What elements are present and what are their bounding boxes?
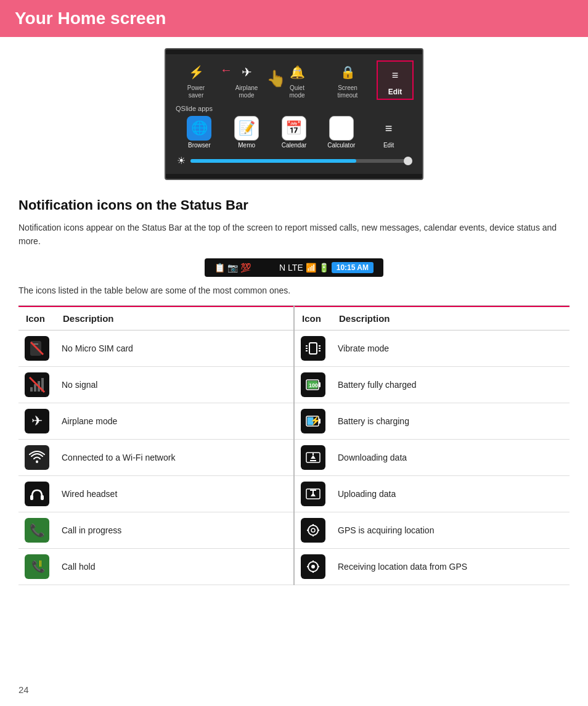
calculator-icon: 🖩 xyxy=(329,116,354,141)
status-bar-mock: 📋 📷 💯 N LTE 📶 🔋 10:15 AM xyxy=(205,258,383,277)
desc-call-progress: Call in progress xyxy=(55,512,293,548)
desc-wifi: Connected to a Wi-Fi network xyxy=(55,439,293,475)
browser-icon: 🌐 xyxy=(187,116,211,141)
icon-no-sim xyxy=(18,330,55,366)
status-bar-image: 📋 📷 💯 N LTE 📶 🔋 10:15 AM xyxy=(18,258,570,277)
desc-no-signal: No signal xyxy=(55,366,293,403)
col1-desc-header: Description xyxy=(55,306,293,330)
icon-downloading xyxy=(295,439,332,475)
qs-edit-box: ≡ Edit xyxy=(377,60,414,100)
calculator-label: Calculator xyxy=(327,142,355,149)
svg-rect-9 xyxy=(30,495,33,500)
page-number: 24 xyxy=(18,684,29,695)
icons-table: Icon Description No Micro SI xyxy=(18,305,570,585)
qslide-label: QSlide apps xyxy=(171,102,417,113)
icon-battery-full: 100 xyxy=(295,366,332,403)
qslide-apps-row: 🌐 Browser 📝 Memo 📅 Calendar 🖩 xyxy=(171,113,417,151)
icon-call-hold: 📞 ǁ xyxy=(18,548,55,585)
col2-desc-header: Description xyxy=(332,306,570,330)
icon-call-progress: 📞 xyxy=(18,512,55,548)
app-calendar: 📅 Calendar xyxy=(274,116,314,149)
table-row: Connected to a Wi-Fi network xyxy=(18,439,293,475)
nfc-icon: N xyxy=(279,263,285,273)
signal-icon: 📶 xyxy=(306,263,316,273)
svg-rect-3 xyxy=(30,387,33,392)
hand-gesture-icon: 👆 xyxy=(266,69,286,88)
desc-gps-acquiring: GPS is acquiring location xyxy=(332,512,570,548)
notification-section-title: Notification icons on the Status Bar xyxy=(18,197,570,213)
status-icon-2: 📷 xyxy=(227,263,238,273)
svg-rect-13 xyxy=(309,343,317,354)
svg-point-8 xyxy=(36,461,38,463)
table-row: ✈ Airplane mode xyxy=(18,403,293,439)
status-icon-3: 💯 xyxy=(240,263,251,273)
edit-label: Edit xyxy=(388,88,402,96)
qs-power-saver: ⚡ Powersaver xyxy=(174,61,218,99)
notification-section-desc: Notification icons appear on the Status … xyxy=(18,221,570,248)
desc-gps-receiving: Receiving location data from GPS xyxy=(332,548,570,585)
table-row: ⚡ Battery is charging xyxy=(295,403,570,439)
svg-point-37 xyxy=(311,528,315,532)
svg-text:⚡: ⚡ xyxy=(310,416,321,426)
app-browser: 🌐 Browser xyxy=(179,116,219,149)
table-row: Receiving location data from GPS xyxy=(295,548,570,585)
status-bar-right-icons: N LTE 📶 🔋 10:15 AM xyxy=(279,262,374,273)
desc-no-sim: No Micro SIM card xyxy=(55,330,293,366)
app-memo: 📝 Memo xyxy=(227,116,266,149)
svg-rect-10 xyxy=(41,495,44,500)
table-left-col: Icon Description No Micro SI xyxy=(18,306,293,585)
status-icon-1: 📋 xyxy=(214,263,225,273)
battery-icon: 🔋 xyxy=(319,263,329,273)
icon-wired-headset xyxy=(18,475,55,512)
table-row: No signal xyxy=(18,366,293,403)
svg-rect-4 xyxy=(34,384,36,392)
table-row: GPS is acquiring location xyxy=(295,512,570,548)
screen-timeout-icon: 🔒 xyxy=(337,61,359,83)
table-row: Vibrate mode xyxy=(295,330,570,366)
brightness-fill xyxy=(190,159,356,163)
brightness-knob xyxy=(404,157,412,165)
icon-gps-receiving xyxy=(295,548,332,585)
memo-label: Memo xyxy=(238,142,255,149)
brightness-icon: ☀ xyxy=(177,155,186,166)
calendar-label: Calendar xyxy=(282,142,307,149)
icon-vibrate xyxy=(295,330,332,366)
arrow-right-icon: → xyxy=(291,63,303,77)
screenshot-area: ← → 👆 ⚡ Powersaver ✈ Airplanemode xyxy=(18,48,570,180)
apps-edit-icon: ≡ xyxy=(377,116,401,141)
page-header: Your Home screen xyxy=(0,0,588,37)
svg-text:100: 100 xyxy=(309,382,318,388)
qs-screen-timeout: 🔒 Screentimeout xyxy=(326,61,369,99)
desc-battery-full: Battery fully charged xyxy=(332,366,570,403)
icon-uploading xyxy=(295,475,332,512)
icon-battery-charging: ⚡ xyxy=(295,403,332,439)
status-bar-time: 10:15 AM xyxy=(332,262,374,273)
desc-wired-headset: Wired headset xyxy=(55,475,293,512)
power-saver-icon: ⚡ xyxy=(185,61,207,83)
icon-gps-acquiring xyxy=(295,512,332,548)
svg-marker-29 xyxy=(311,455,316,459)
desc-vibrate: Vibrate mode xyxy=(332,330,570,366)
svg-point-36 xyxy=(308,525,318,535)
calendar-icon: 📅 xyxy=(282,116,306,141)
col2-icon-header: Icon xyxy=(295,306,332,330)
airplane-icon: ✈ xyxy=(235,61,258,83)
memo-icon: 📝 xyxy=(234,116,259,141)
table-row: Uploading data xyxy=(295,475,570,512)
app-calculator: 🖩 Calculator xyxy=(322,116,361,149)
svg-point-43 xyxy=(311,565,315,568)
table-row: 📞 Call in progress xyxy=(18,512,293,548)
arrow-left-icon: ← xyxy=(220,63,232,77)
desc-battery-charging: Battery is charging xyxy=(332,403,570,439)
desc-uploading: Uploading data xyxy=(332,475,570,512)
icon-no-signal xyxy=(18,366,55,403)
apps-edit-label: Edit xyxy=(383,142,394,149)
browser-label: Browser xyxy=(188,142,211,149)
svg-text:ǁ: ǁ xyxy=(39,560,42,567)
table-row: 📞 ǁ Call hold xyxy=(18,548,293,585)
desc-call-hold: Call hold xyxy=(55,548,293,585)
icon-wifi xyxy=(18,439,55,475)
phone-screen: ← → 👆 ⚡ Powersaver ✈ Airplanemode xyxy=(165,48,423,180)
quick-settings-row: ← → 👆 ⚡ Powersaver ✈ Airplanemode xyxy=(171,58,417,102)
table-row: 100 Battery fully charged xyxy=(295,366,570,403)
